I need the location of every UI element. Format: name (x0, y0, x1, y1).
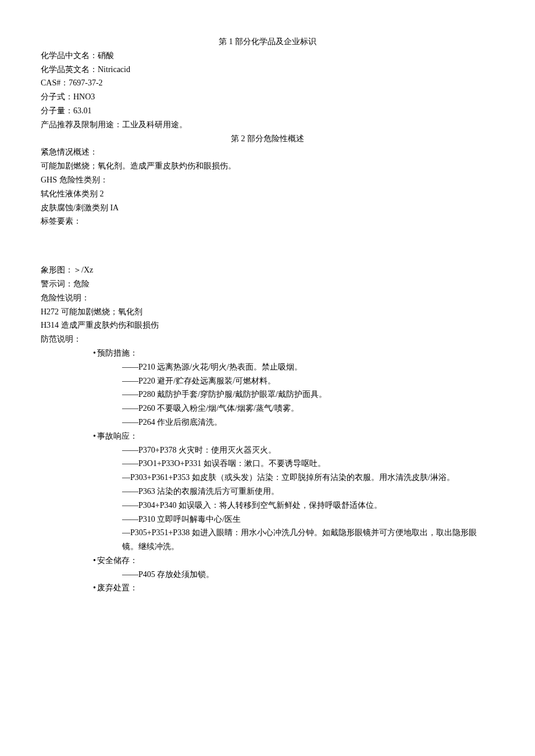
ghs-class-1: 轼化性液体类别 2 (41, 187, 494, 201)
hazard-h314: H314 造成严重皮肤灼伤和眼损伤 (41, 318, 494, 332)
molecular-weight: 分子量：63.01 (41, 104, 494, 118)
storage-heading: 安全储存： (41, 554, 494, 568)
ghs-class-label: GHS 危险性类别： (41, 173, 494, 187)
disposal-heading: 废弃处置： (41, 581, 494, 595)
response-item: P304+P340 如误吸入：将人转移到空气新鲜处，保持呼吸舒适体位。 (41, 499, 494, 513)
pictogram-line: 象形图：＞/Xz (41, 263, 494, 277)
ghs-class-2: 皮肤腐蚀/刺激类别 IA (41, 201, 494, 215)
chem-name-cn: 化学品中文名：硝酸 (41, 49, 494, 63)
hazard-h272: H272 可能加剧燃烧；氧化剂 (41, 305, 494, 319)
prevention-item: P280 戴防护手套/穿防护服/戴防护眼罩/戴防护面具。 (41, 388, 494, 402)
storage-item: P405 存放处须加锁。 (41, 568, 494, 582)
prevention-item: P210 远离热源/火花/明火/热表面。禁止吸烟。 (41, 360, 494, 374)
chem-name-en: 化学品英文名：Nitricacid (41, 63, 494, 77)
molecular-formula: 分子式：HNO3 (41, 90, 494, 104)
label-elements-label: 标签要素： (41, 214, 494, 228)
hazard-statement-label: 危险性说明： (41, 291, 494, 305)
response-item: P363 沾染的衣服清洗后方可重新使用。 (41, 485, 494, 499)
emergency-overview-label: 紧急情况概述： (41, 145, 494, 159)
emergency-overview-text: 可能加剧燃烧；氧化剂。造成严重皮肤灼伤和眼损伤。 (41, 159, 494, 173)
response-item: P370+P378 火灾时：使用灭火器灭火。 (41, 443, 494, 457)
response-item: P305+P351+P338 如进入眼睛：用水小心冲洗几分钟。如戴隐形眼镜并可方… (41, 526, 494, 554)
prevention-item: P260 不要吸入粉尘/烟/气体/烟雾/蒸气/啧雾。 (41, 402, 494, 415)
response-heading: 事故响应： (41, 429, 494, 443)
precaution-label: 防范说明： (41, 332, 494, 346)
prevention-item: P220 避开/贮存处远离服装/可燃材料。 (41, 374, 494, 388)
prevention-heading: 预防措施： (41, 346, 494, 360)
pictogram-spacer (41, 228, 494, 263)
section-1-title: 第 1 部分化学品及企业标识 (41, 35, 494, 49)
response-item: P303+P361+P353 如皮肤（或头发）沾染：立即脱掉所有沾染的衣服。用水… (41, 471, 494, 485)
recommended-use: 产品推荐及限制用途：工业及科研用途。 (41, 118, 494, 132)
section-2-title: 第 2 部分危险性概述 (41, 132, 494, 146)
signal-word: 警示词：危险 (41, 277, 494, 291)
prevention-item: P264 作业后彻底清洗。 (41, 415, 494, 429)
response-item: P3O1+P33O+P331 如误吞咽：漱口。不要诱导呕吐。 (41, 457, 494, 471)
cas-number: CAS#：7697-37-2 (41, 76, 494, 90)
response-item: P310 立即呼叫解毒中心/医生 (41, 513, 494, 526)
